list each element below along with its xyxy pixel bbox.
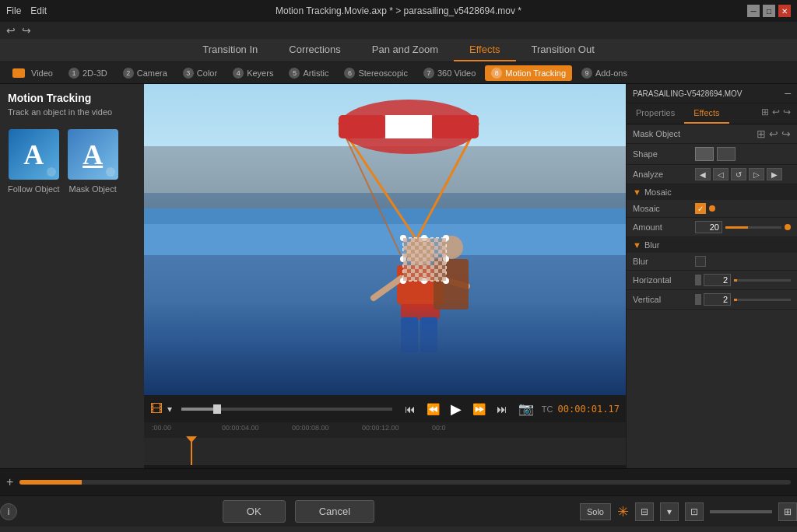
cancel-button[interactable]: Cancel	[295, 500, 374, 523]
mosaic-checkbox[interactable]	[695, 203, 706, 214]
timecode-display: 00:00:01.17	[558, 404, 620, 415]
edit-menu[interactable]: Edit	[30, 5, 47, 16]
next-frame-button[interactable]: ⏩	[469, 401, 489, 417]
panel-icon-2[interactable]: ↩	[772, 107, 780, 121]
timeline-track[interactable]	[144, 438, 626, 465]
vertical-icon	[695, 294, 701, 305]
go-start-button[interactable]: ⏮	[402, 401, 419, 417]
analyze-btn-1[interactable]: ◀	[695, 168, 711, 180]
tab-transition-out[interactable]: Transition Out	[516, 39, 610, 61]
follow-object-label: Follow Object	[8, 184, 60, 194]
sub-nav-motion-tracking[interactable]: 8 Motion Tracking	[485, 65, 572, 81]
sub-nav-360video[interactable]: 7 360 Video	[417, 65, 482, 81]
panel-tabs: Properties Effects ⊞ ↩ ↪	[627, 103, 797, 124]
follow-object-item[interactable]: A Follow Object	[8, 129, 60, 194]
playback-thumb[interactable]	[213, 404, 221, 414]
video-icon	[12, 68, 25, 78]
maximize-button[interactable]: □	[763, 5, 775, 17]
sub-navigation: Video 1 2D-3D 2 Camera 3 Color 4 Keyers …	[0, 62, 797, 84]
horizontal-slider[interactable]	[734, 279, 791, 282]
sub-nav-addons[interactable]: 9 Add-ons	[575, 65, 634, 81]
right-panel-header: PARASAILING-V5428694.MOV ─	[627, 84, 797, 103]
tab-transition-in[interactable]: Transition In	[187, 39, 273, 61]
solo-button[interactable]: Solo	[580, 503, 611, 520]
sub-nav-artistic[interactable]: 5 Artistic	[283, 65, 335, 81]
play-button[interactable]: ▶	[448, 399, 465, 419]
footer-icon-btn-3[interactable]: ⊡	[685, 502, 704, 521]
shape-btn-1[interactable]	[695, 147, 714, 161]
video-area: 🎞 ▾ ⏮ ⏪ ▶ ⏩ ⏭ 📷 TC 00:00:01.17 :00.00	[144, 84, 626, 468]
sub-nav-color[interactable]: 3 Color	[177, 65, 223, 81]
redo-button[interactable]: ↪	[22, 24, 31, 37]
mosaic-keyframe-dot[interactable]	[709, 205, 715, 212]
panel-icon-3[interactable]: ↪	[783, 107, 791, 121]
panel-filename: PARASAILING-V5428694.MOV	[633, 89, 742, 98]
tab-effects[interactable]: Effects	[684, 103, 729, 124]
panel-menu-icon[interactable]: ─	[785, 89, 791, 98]
mosaic-arrow[interactable]: ▼	[633, 187, 641, 197]
undo-button[interactable]: ↩	[6, 24, 16, 37]
timeline-marker	[191, 438, 192, 465]
sub-nav-stereoscopic[interactable]: 6 Stereoscopic	[338, 65, 414, 81]
analyze-btn-5[interactable]: ▶	[767, 168, 782, 180]
shape-btn-2[interactable]	[717, 147, 736, 161]
info-button[interactable]: i	[0, 503, 17, 520]
sub-nav-keyers[interactable]: 4 Keyers	[226, 65, 279, 81]
ruler-mark-0: :00.00	[152, 424, 222, 432]
zoom-slider[interactable]	[710, 510, 772, 513]
amount-input[interactable]	[695, 221, 722, 233]
horizontal-icon	[695, 275, 701, 285]
mask-object-label: Mask Object	[69, 184, 117, 194]
window-title: Motion Tracking.Movie.axp * > parasailin…	[276, 5, 521, 16]
vertical-slider[interactable]	[734, 299, 791, 301]
dropdown-arrow[interactable]: ▾	[167, 404, 172, 415]
minimize-button[interactable]: ─	[747, 5, 760, 17]
playback-progress[interactable]	[181, 408, 392, 411]
close-button[interactable]: ✕	[778, 5, 791, 17]
footer: i OK Cancel Solo ✳ ⊟ ▾ ⊡ ⊞	[0, 495, 797, 527]
sub-nav-video[interactable]: Video	[6, 66, 59, 80]
add-icon[interactable]: +	[6, 475, 13, 489]
mask-icon-3[interactable]: ↪	[781, 128, 791, 140]
horizontal-input[interactable]	[704, 274, 731, 286]
effect-items: A Follow Object A Mask Object	[8, 129, 136, 194]
vertical-label: Vertical	[633, 295, 695, 304]
bottom-progress-bar[interactable]	[19, 480, 791, 485]
blur-checkbox[interactable]	[695, 256, 706, 267]
tab-pan-and-zoom[interactable]: Pan and Zoom	[356, 39, 454, 61]
water-overlay	[144, 302, 626, 395]
vertical-input[interactable]	[704, 293, 731, 306]
amount-slider[interactable]	[725, 226, 781, 229]
go-end-button[interactable]: ⏭	[493, 401, 511, 417]
compass-icon[interactable]: ✳	[617, 503, 629, 520]
panel-icon-1[interactable]: ⊞	[761, 107, 769, 121]
prev-frame-button[interactable]: ⏪	[423, 401, 443, 417]
file-menu[interactable]: File	[6, 5, 21, 16]
mask-icon-2[interactable]: ↩	[769, 128, 778, 140]
sub-nav-2d3d[interactable]: 1 2D-3D	[62, 65, 114, 81]
ruler-marks: :00.00 00:00:04.00 00:00:08.00 00:00:12.…	[152, 424, 626, 432]
sub-nav-camera[interactable]: 2 Camera	[117, 65, 174, 81]
amount-keyframe-dot[interactable]	[785, 224, 791, 230]
tab-properties[interactable]: Properties	[627, 103, 684, 124]
vertical-row: Vertical	[627, 290, 797, 310]
ok-button[interactable]: OK	[223, 500, 286, 523]
horizontal-row: Horizontal	[627, 271, 797, 290]
footer-icon-btn-4[interactable]: ⊞	[778, 502, 797, 521]
tab-corrections[interactable]: Corrections	[273, 39, 356, 61]
bottom-progress-fill	[19, 480, 81, 485]
title-bar: File Edit Motion Tracking.Movie.axp * > …	[0, 0, 797, 22]
footer-icon-btn-2[interactable]: ▾	[660, 502, 679, 521]
analyze-btn-4[interactable]: ▷	[749, 168, 764, 180]
analyze-btn-3[interactable]: ↺	[731, 168, 746, 180]
mask-object-item[interactable]: A Mask Object	[68, 129, 118, 194]
analyze-btn-2[interactable]: ◁	[713, 168, 729, 180]
follow-object-icon: A	[9, 129, 59, 180]
video-frame[interactable]	[144, 84, 626, 395]
tab-effects[interactable]: Effects	[454, 39, 516, 61]
mosaic-section-header: ▼ Mosaic	[627, 184, 797, 200]
blur-arrow[interactable]: ▼	[633, 240, 641, 250]
mask-icon-1[interactable]: ⊞	[757, 128, 766, 140]
footer-icon-btn-1[interactable]: ⊟	[635, 502, 654, 521]
analyze-row: Analyze ◀ ◁ ↺ ▷ ▶	[627, 165, 797, 184]
